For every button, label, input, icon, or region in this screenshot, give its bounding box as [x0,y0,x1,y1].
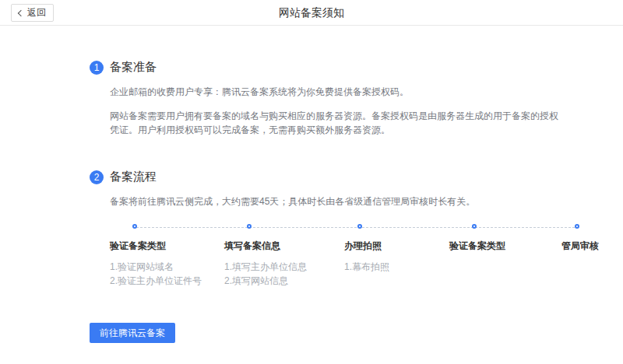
section-filing-process: 2 备案流程 备案将前往腾讯云侧完成，大约需要45天；具体时长由各省级通信管理局… [90,170,623,291]
chevron-left-icon [18,9,24,16]
step-sub-item: 2.填写网站信息 [224,274,307,288]
stepper-step-fill-info: 填写备案信息 1.填写主办单位信息 2.填写网站信息 [224,240,307,288]
page-header: 返回 网站备案须知 [0,0,623,26]
step-dot [247,224,252,229]
step-sub-items: 1.填写主办单位信息 2.填写网站信息 [224,260,307,288]
step-sub-item: 1.幕布拍照 [344,260,389,274]
stepper-step-verify-type: 验证备案类型 1.验证网站域名 2.验证主办单位证件号 [110,240,202,288]
step-dot [575,224,579,229]
section-1-title: 备案准备 [110,60,157,75]
cta-row: 前往腾讯云备案 [90,323,623,343]
step-label: 验证备案类型 [110,240,202,253]
section-2-body: 备案将前往腾讯云侧完成，大约需要45天；具体时长由各省级通信管理局审核时长有关。… [110,194,623,291]
step-sub-items: 1.验证网站域名 2.验证主办单位证件号 [110,260,202,288]
section-1-header: 1 备案准备 [90,60,623,75]
section-2-header: 2 备案流程 [90,170,623,184]
section-1-body: 企业邮箱的收费用户专享：腾讯云备案系统将为你免费提供备案授权码。 网站备案需要用… [110,85,623,137]
paragraph: 网站备案需要用户拥有要备案的域名与购买相应的服务器资源。备案授权码是由服务器生成… [110,109,561,137]
step-sub-item: 1.验证网站域名 [110,260,202,274]
back-button[interactable]: 返回 [11,4,54,22]
step-dot [357,224,362,229]
step-sub-items: 1.幕布拍照 [344,260,389,274]
go-to-tencent-cloud-filing-button[interactable]: 前往腾讯云备案 [90,323,175,343]
back-button-label: 返回 [27,6,46,19]
step-label: 管局审核 [561,240,599,253]
paragraph: 备案将前往腾讯云侧完成，大约需要45天；具体时长由各省级通信管理局审核时长有关。 [110,194,623,208]
process-stepper: 验证备案类型 1.验证网站域名 2.验证主办单位证件号 填写备案信息 1.填写主… [110,224,599,291]
page-title: 网站备案须知 [0,0,623,25]
step-label: 填写备案信息 [224,240,307,253]
stepper-step-photo: 办理拍照 1.幕布拍照 [344,240,389,274]
step-sub-item: 1.填写主办单位信息 [224,260,307,274]
step-label: 验证备案类型 [449,240,505,253]
step-number-badge: 1 [90,61,104,75]
stepper-step-authority-review: 管局审核 [561,240,599,253]
stepper-step-verify-type-2: 验证备案类型 [449,240,505,253]
step-dot [132,224,137,229]
section-filing-preparation: 1 备案准备 企业邮箱的收费用户专享：腾讯云备案系统将为你免费提供备案授权码。 … [90,60,623,137]
section-2-title: 备案流程 [110,170,157,184]
step-dot [472,224,477,229]
step-number-badge: 2 [90,170,104,184]
paragraph: 企业邮箱的收费用户专享：腾讯云备案系统将为你免费提供备案授权码。 [110,85,623,99]
step-sub-item: 2.验证主办单位证件号 [110,274,202,288]
step-label: 办理拍照 [344,240,389,253]
main-content: 1 备案准备 企业邮箱的收费用户专享：腾讯云备案系统将为你免费提供备案授权码。 … [0,26,623,291]
